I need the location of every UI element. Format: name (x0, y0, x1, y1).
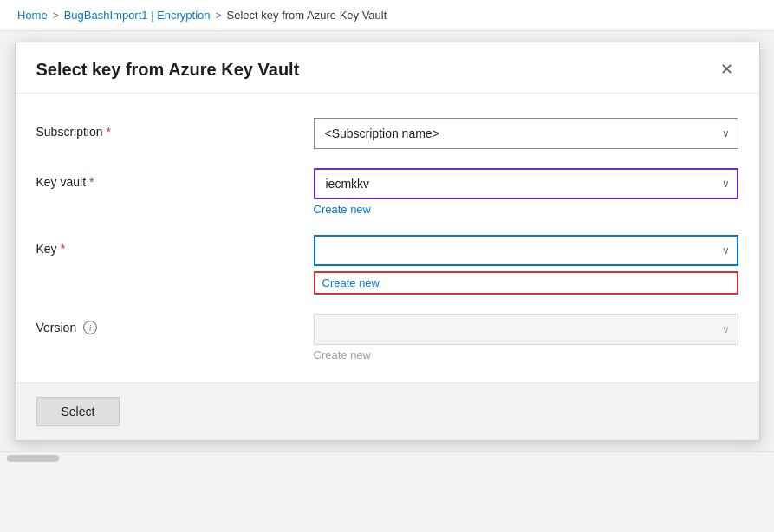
breadcrumb-current: Select key from Azure Key Vault (227, 9, 387, 22)
breadcrumb-sep1: > (53, 10, 59, 22)
subscription-row: Subscription * <Subscription name> ∨ (36, 118, 738, 149)
breadcrumb-middle[interactable]: BugBashImport1 | Encryption (64, 9, 211, 22)
subscription-dropdown-wrapper: <Subscription name> ∨ (314, 118, 738, 149)
dialog-header: Select key from Azure Key Vault ✕ (16, 42, 759, 94)
dialog-footer: Select (16, 383, 759, 440)
subscription-required: * (107, 125, 111, 139)
dialog-title: Select key from Azure Key Vault (36, 60, 300, 80)
page-wrapper: Home > BugBashImport1 | Encryption > Sel… (0, 0, 774, 532)
version-control: ∨ Create new (314, 314, 738, 361)
key-required: * (61, 242, 65, 256)
key-create-new[interactable]: Create new (314, 271, 738, 295)
version-label: Version i (36, 314, 314, 334)
version-create-new: Create new (314, 348, 738, 361)
key-vault-label: Key vault * (36, 168, 314, 189)
breadcrumb-sep2: > (216, 10, 222, 22)
key-vault-required: * (89, 175, 94, 189)
select-key-dialog: Select key from Azure Key Vault ✕ Subscr… (15, 42, 760, 441)
select-button[interactable]: Select (36, 397, 120, 426)
close-button[interactable]: ✕ (715, 58, 738, 81)
horizontal-scrollbar[interactable] (0, 451, 774, 464)
version-dropdown-wrapper: ∨ (314, 314, 738, 345)
subscription-dropdown[interactable]: <Subscription name> (314, 118, 738, 149)
subscription-control: <Subscription name> ∨ (314, 118, 738, 149)
version-dropdown[interactable] (314, 314, 738, 345)
scrollbar-track (0, 455, 774, 462)
key-vault-control: iecmkkv ∨ Create new (314, 168, 738, 216)
dialog-body: Subscription * <Subscription name> ∨ Key… (16, 94, 759, 379)
subscription-label: Subscription * (36, 118, 314, 139)
breadcrumb-home[interactable]: Home (17, 9, 48, 22)
key-vault-dropdown[interactable]: iecmkkv (314, 168, 738, 199)
scrollbar-thumb[interactable] (7, 455, 59, 462)
key-vault-row: Key vault * iecmkkv ∨ Create new (36, 168, 738, 216)
key-row: Key * ∨ Create new (36, 235, 738, 295)
key-vault-dropdown-wrapper: iecmkkv ∨ (314, 168, 738, 199)
breadcrumb: Home > BugBashImport1 | Encryption > Sel… (0, 0, 774, 31)
key-label: Key * (36, 235, 314, 256)
key-dropdown-wrapper: ∨ (314, 235, 738, 266)
version-info-icon: i (83, 321, 97, 334)
version-row: Version i ∨ Create new (36, 314, 738, 361)
key-control: ∨ Create new (314, 235, 738, 295)
key-vault-create-new[interactable]: Create new (314, 203, 738, 216)
key-dropdown[interactable] (314, 235, 738, 266)
